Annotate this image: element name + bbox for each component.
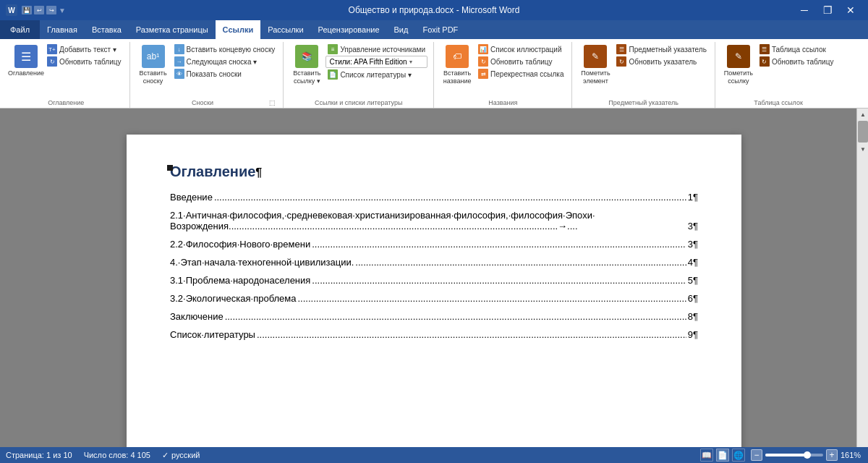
show-notes-label: Показать сноски <box>187 70 242 78</box>
language-status[interactable]: ✓ русский <box>162 451 200 460</box>
toc-entry-4: 4.·Этап·начала·техногенной·цивилизации. … <box>170 257 698 268</box>
menu-references[interactable]: Ссылки <box>216 20 261 39</box>
separator: ▼ <box>59 7 66 14</box>
para-mark-heading: ¶ <box>255 166 262 179</box>
update-toc-label: Обновить таблицу <box>59 58 122 66</box>
toc-entry-3: 2.2·Философия·Нового·времени ...........… <box>170 239 698 250</box>
update-index-button[interactable]: ↻ Обновить указатель <box>614 56 708 67</box>
window-controls[interactable]: ─ ❐ ✕ <box>793 0 862 20</box>
insert-citation-icon: 📚 <box>295 45 318 68</box>
authorities-group-label: Таблица ссылок <box>721 98 836 108</box>
close-button[interactable]: ✕ <box>839 0 862 20</box>
menu-bar: Файл Главная Вставка Разметка страницы С… <box>0 20 868 39</box>
update-toc-button[interactable]: ↻ Обновить таблицу <box>45 56 124 67</box>
mark-entry-button[interactable]: ✎ Пометитьэлемент <box>578 43 613 87</box>
menu-home[interactable]: Главная <box>40 20 85 39</box>
update-table-icon: ↻ <box>478 56 488 67</box>
word-page: Оглавление¶ Введение ...................… <box>127 135 741 447</box>
read-view-icon[interactable]: 📖 <box>700 449 713 462</box>
toc-dots-1: ........................................… <box>214 192 686 203</box>
update-authorities-icon: ↻ <box>760 56 770 67</box>
status-bar: Страница: 1 из 10 Число слов: 4 105 ✓ ру… <box>0 447 868 463</box>
toc-dots-8: ........................................… <box>257 329 686 340</box>
toc-text-7: Заключение <box>170 311 224 322</box>
zoom-level[interactable]: 161% <box>841 451 862 459</box>
add-text-button[interactable]: T+ Добавить текст ▾ <box>45 43 124 55</box>
zoom-slider-fill <box>765 454 809 456</box>
table-of-figures-button[interactable]: 📊 Список иллюстраций <box>476 43 566 55</box>
insert-footnote-button[interactable]: ab¹ Вставитьсноску <box>136 43 171 87</box>
table-authorities-button[interactable]: ☰ Таблица ссылок <box>757 43 836 55</box>
toc-heading: Оглавление¶ <box>170 163 698 180</box>
toc-text-8: Список·литературы <box>170 329 255 340</box>
toc-dots-5: ........................................… <box>312 275 686 286</box>
menu-file[interactable]: Файл <box>0 20 40 39</box>
insert-endnote-icon: ↓ <box>174 44 184 54</box>
menu-view[interactable]: Вид <box>387 20 416 39</box>
redo-icon[interactable]: ↪ <box>46 6 56 14</box>
toc-button[interactable]: ☰ Оглавление <box>9 43 43 79</box>
undo-icon[interactable]: ↩ <box>34 6 44 14</box>
bibliography-button[interactable]: 📄 Список литературы ▾ <box>326 69 427 80</box>
para-mark-5: ¶ <box>693 275 698 286</box>
cross-reference-label: Перекрестная ссылка <box>490 70 563 78</box>
save-icon[interactable]: 💾 <box>22 6 32 14</box>
update-authorities-button[interactable]: ↻ Обновить таблицу <box>757 56 836 67</box>
restore-button[interactable]: ❐ <box>816 0 839 20</box>
menu-page-layout[interactable]: Разметка страницы <box>129 20 216 39</box>
toc-entry-6: 3.2·Экологическая·проблема .............… <box>170 293 698 304</box>
insert-endnote-button[interactable]: ↓ Вставить концевую сноску <box>172 43 278 55</box>
bibliography-label: Список литературы ▾ <box>340 71 412 79</box>
print-view-icon[interactable]: 📄 <box>716 449 729 462</box>
table-authorities-label: Таблица ссылок <box>772 46 826 54</box>
manage-sources-label: Управление источниками <box>340 46 425 54</box>
citations-group-label: Ссылки и списки литературы <box>289 98 427 108</box>
scroll-down-arrow[interactable]: ▼ <box>857 143 868 155</box>
scroll-bar[interactable]: ▲ ▼ <box>856 109 868 447</box>
mark-citation-icon: ✎ <box>727 45 750 68</box>
table-of-figures-label: Список иллюстраций <box>490 46 561 54</box>
mark-citation-button[interactable]: ✎ Пометитьссылку <box>721 43 756 87</box>
next-footnote-button[interactable]: → Следующая сноска ▾ <box>172 56 278 67</box>
scroll-thumb[interactable] <box>858 121 868 143</box>
update-table-button[interactable]: ↻ Обновить таблицу <box>476 56 566 67</box>
index-icon: ☰ <box>616 44 626 54</box>
footnotes-expand-icon[interactable]: ⬚ <box>269 99 277 106</box>
scroll-up-arrow[interactable]: ▲ <box>857 109 868 120</box>
spell-icon: ✓ <box>162 451 169 460</box>
style-dropdown[interactable]: Стили: APA Fifth Edition ▼ <box>326 56 427 68</box>
show-notes-button[interactable]: 👁 Показать сноски <box>172 68 278 80</box>
menu-foxit[interactable]: Foxit PDF <box>415 20 465 39</box>
cross-reference-button[interactable]: ⇄ Перекрестная ссылка <box>476 68 566 80</box>
show-notes-icon: 👁 <box>174 69 184 79</box>
menu-review[interactable]: Рецензирование <box>311 20 387 39</box>
edition-value: Edition <box>385 58 407 66</box>
zoom-in-button[interactable]: + <box>826 449 838 461</box>
insert-caption-button[interactable]: 🏷 Вставитьназвание <box>440 43 475 87</box>
status-left: Страница: 1 из 10 Число слов: 4 105 ✓ ру… <box>6 451 200 460</box>
zoom-slider[interactable] <box>765 454 823 456</box>
para-mark-8: ¶ <box>693 329 698 340</box>
para-mark-2: ¶ <box>693 221 698 232</box>
minimize-button[interactable]: ─ <box>793 0 816 20</box>
footnotes-group-label: Сноски <box>136 98 270 108</box>
para-mark-4: ¶ <box>693 257 698 268</box>
table-authorities-icon: ☰ <box>760 44 770 54</box>
toc-page-7: 8 <box>688 311 693 322</box>
index-group-label: Предметный указатель <box>578 98 708 108</box>
web-view-icon[interactable]: 🌐 <box>732 449 745 462</box>
toc-page-8: 9 <box>688 329 693 340</box>
insert-caption-label: Вставитьназвание <box>443 69 472 85</box>
zoom-out-button[interactable]: − <box>751 449 762 461</box>
toc-page-3: 3 <box>688 239 693 250</box>
menu-insert[interactable]: Вставка <box>85 20 129 39</box>
manage-sources-button[interactable]: ≡ Управление источниками <box>326 43 427 55</box>
index-button[interactable]: ☰ Предметный указатель <box>614 43 708 55</box>
menu-mailings[interactable]: Рассылки <box>260 20 310 39</box>
toc-entry-5: 3.1·Проблема·народонаселения ...........… <box>170 275 698 286</box>
mark-entry-icon: ✎ <box>584 45 607 68</box>
insert-citation-button[interactable]: 📚 Вставитьссылку ▾ <box>289 43 324 87</box>
window-title: Общество и природа.docx - Microsoft Word <box>349 5 520 15</box>
insert-caption-icon: 🏷 <box>446 45 469 68</box>
insert-citation-label: Вставитьссылку ▾ <box>293 69 320 85</box>
